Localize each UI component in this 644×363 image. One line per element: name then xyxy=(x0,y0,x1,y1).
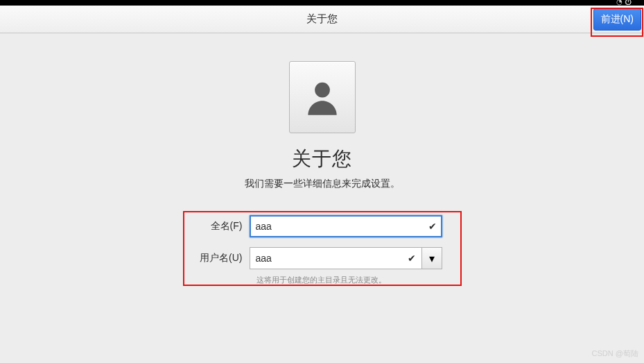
row-full-name: 全名(F) ✔ xyxy=(186,215,459,237)
username-field-wrap: ▾ ✔ xyxy=(250,247,442,269)
page-subtitle: 我们需要一些详细信息来完成设置。 xyxy=(245,178,400,190)
page-title: 关于您 xyxy=(292,146,352,172)
row-username: 用户名(U) ▾ ✔ xyxy=(186,247,459,269)
avatar-placeholder[interactable] xyxy=(289,61,356,133)
form-area: 全名(F) ✔ 用户名(U) ▾ ✔ 这将用于创建您的主目录且无法更改。 xyxy=(186,215,459,285)
top-black-bar: ◔ ⏻ xyxy=(0,0,644,6)
chevron-down-icon: ▾ xyxy=(429,252,435,265)
full-name-field-wrap: ✔ xyxy=(250,215,442,237)
username-dropdown-button[interactable]: ▾ xyxy=(421,247,442,269)
tray-icons: ◔ ⏻ xyxy=(616,0,632,6)
person-icon xyxy=(301,76,344,119)
svg-point-0 xyxy=(315,83,330,98)
forward-button[interactable]: 前进(N) xyxy=(593,8,641,31)
watermark: CSDN @萄陆 xyxy=(592,348,638,359)
username-hint: 这将用于创建您的主目录且无法更改。 xyxy=(256,275,459,285)
header-title: 关于您 xyxy=(306,12,338,26)
full-name-input[interactable] xyxy=(250,215,442,237)
full-name-label: 全名(F) xyxy=(186,220,250,233)
username-label: 用户名(U) xyxy=(186,252,250,264)
username-input[interactable] xyxy=(250,247,421,269)
header-bar: 关于您 前进(N) xyxy=(0,6,644,33)
main-content: 关于您 我们需要一些详细信息来完成设置。 全名(F) ✔ 用户名(U) ▾ ✔ … xyxy=(0,33,644,285)
